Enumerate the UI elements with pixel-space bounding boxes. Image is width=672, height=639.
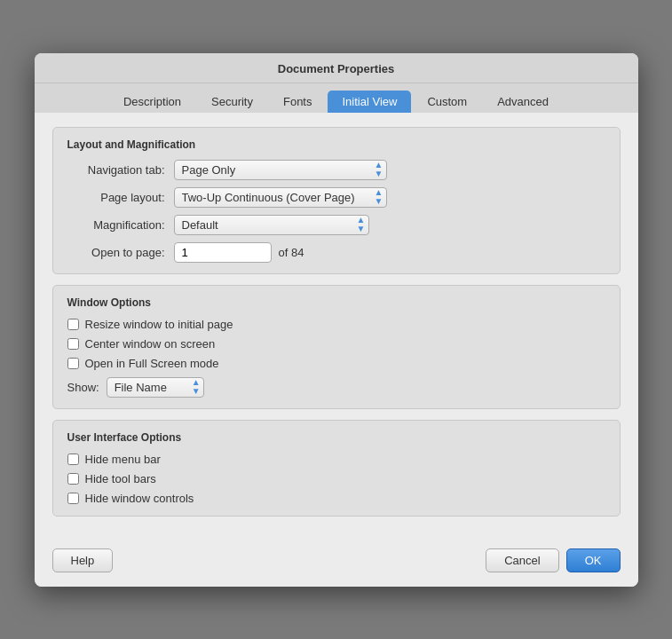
page-layout-row: Page layout: Default Single Page Single … [67,187,605,208]
page-layout-label: Page layout: [67,191,174,204]
resize-window-row: Resize window to initial page [67,318,605,331]
hide-toolbars-label: Hide tool bars [85,472,156,485]
tab-content: Layout and Magnification Navigation tab:… [35,113,638,538]
window-section-title: Window Options [67,296,605,309]
layout-section: Layout and Magnification Navigation tab:… [52,127,621,274]
tab-description[interactable]: Description [109,91,195,113]
help-button[interactable]: Help [52,548,114,572]
hide-menubar-checkbox[interactable] [67,454,79,465]
tab-initial-view[interactable]: Initial View [328,91,411,113]
nav-tab-row: Navigation tab: Page Only Bookmarks Pane… [67,160,605,180]
of-label: of 84 [279,246,304,259]
footer-right-buttons: Cancel OK [486,548,620,572]
open-to-page-row: Open to page: of 84 [67,242,605,263]
magnification-select-wrapper: Default Fit Page Fit Width Fit Height 50… [174,215,369,235]
nav-tab-select[interactable]: Page Only Bookmarks Panel and Page Pages… [174,160,387,180]
magnification-select[interactable]: Default Fit Page Fit Width Fit Height 50… [174,215,369,235]
ok-button[interactable]: OK [566,548,621,572]
tab-fonts[interactable]: Fonts [269,91,327,113]
ui-section-title: User Interface Options [67,431,605,444]
show-select-wrapper: File Name Document Title ▲▼ [107,377,204,398]
page-layout-select[interactable]: Default Single Page Single Page Continuo… [174,187,387,208]
window-section: Window Options Resize window to initial … [52,285,621,409]
hide-menubar-label: Hide menu bar [85,453,161,466]
nav-tab-select-wrapper: Page Only Bookmarks Panel and Page Pages… [174,160,387,180]
cancel-button[interactable]: Cancel [486,548,558,572]
show-select[interactable]: File Name Document Title [107,377,204,398]
hide-toolbars-row: Hide tool bars [67,472,605,485]
dialog-footer: Help Cancel OK [35,538,638,587]
page-layout-select-wrapper: Default Single Page Single Page Continuo… [174,187,387,208]
fullscreen-row: Open in Full Screen mode [67,357,605,370]
show-label: Show: [67,381,99,394]
open-to-page-label: Open to page: [67,246,174,259]
tab-security[interactable]: Security [197,91,267,113]
fullscreen-label: Open in Full Screen mode [85,357,219,370]
resize-window-checkbox[interactable] [67,319,79,330]
magnification-row: Magnification: Default Fit Page Fit Widt… [67,215,605,235]
ui-section: User Interface Options Hide menu bar Hid… [52,420,621,517]
dialog-title: Document Properties [35,53,638,83]
nav-tab-label: Navigation tab: [67,163,174,177]
fullscreen-checkbox[interactable] [67,358,79,369]
hide-window-controls-checkbox[interactable] [67,493,79,504]
hide-toolbars-checkbox[interactable] [67,473,79,485]
center-window-label: Center window on screen [85,337,216,351]
open-to-page-input[interactable] [174,242,272,263]
layout-section-title: Layout and Magnification [67,138,605,151]
show-row: Show: File Name Document Title ▲▼ [67,377,605,398]
tab-advanced[interactable]: Advanced [483,91,563,113]
document-properties-dialog: Document Properties Description Security… [35,53,638,587]
hide-menubar-row: Hide menu bar [67,453,605,466]
center-window-checkbox[interactable] [67,338,79,350]
tab-custom[interactable]: Custom [413,91,481,113]
hide-window-controls-row: Hide window controls [67,492,605,505]
magnification-label: Magnification: [67,218,174,232]
hide-window-controls-label: Hide window controls [85,492,194,505]
resize-window-label: Resize window to initial page [85,318,233,331]
tab-bar: Description Security Fonts Initial View … [35,83,638,113]
center-window-row: Center window on screen [67,337,605,351]
